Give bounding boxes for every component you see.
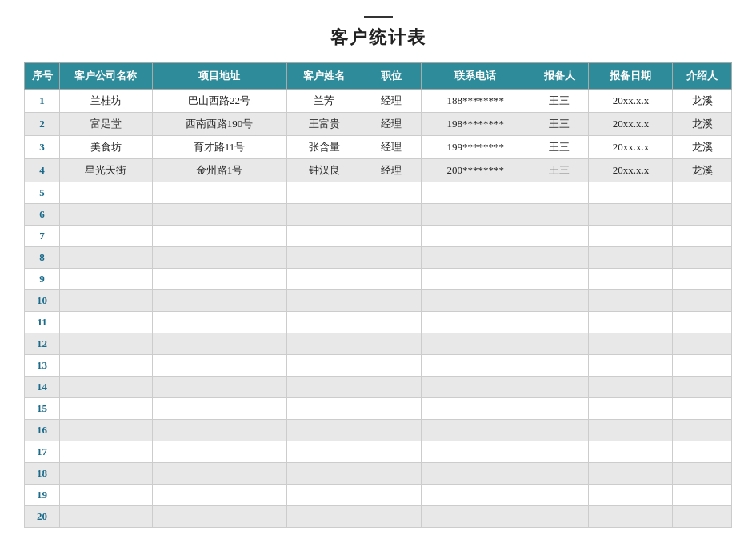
cell-introducer xyxy=(673,333,732,355)
col-header-seq: 序号 xyxy=(25,63,60,90)
table-row: 16 xyxy=(25,420,732,441)
table-row: 4星光天街金州路1号钟汉良经理200********王三20xx.x.x龙溪 xyxy=(25,159,732,182)
cell-introducer xyxy=(673,290,732,312)
cell-name xyxy=(286,377,362,398)
cell-seq: 10 xyxy=(25,290,60,312)
cell-phone xyxy=(421,312,530,333)
cell-seq: 6 xyxy=(25,204,60,226)
table-row: 19 xyxy=(25,485,732,506)
cell-company xyxy=(60,506,152,528)
cell-introducer xyxy=(673,398,732,420)
cell-name xyxy=(286,333,362,355)
cell-report_date xyxy=(589,506,673,528)
cell-reporter xyxy=(530,226,589,247)
cell-seq: 16 xyxy=(25,420,60,441)
cell-name: 王富贵 xyxy=(286,113,362,136)
cell-position xyxy=(362,226,421,247)
cell-position xyxy=(362,420,421,441)
cell-report_date xyxy=(589,463,673,485)
cell-position: 经理 xyxy=(362,90,421,113)
cell-report_date xyxy=(589,485,673,506)
table-row: 8 xyxy=(25,247,732,269)
cell-introducer: 龙溪 xyxy=(673,136,732,159)
cell-phone xyxy=(421,485,530,506)
cell-introducer xyxy=(673,355,732,377)
cell-seq: 8 xyxy=(25,247,60,269)
cell-company xyxy=(60,463,152,485)
cell-address xyxy=(152,485,286,506)
cell-company xyxy=(60,226,152,247)
cell-address xyxy=(152,506,286,528)
table-row: 12 xyxy=(25,333,732,355)
cell-position xyxy=(362,441,421,463)
cell-seq: 1 xyxy=(25,90,60,113)
cell-company xyxy=(60,247,152,269)
cell-report_date: 20xx.x.x xyxy=(589,159,673,182)
cell-reporter xyxy=(530,247,589,269)
cell-name: 兰芳 xyxy=(286,90,362,113)
col-header-introducer: 介绍人 xyxy=(673,63,732,90)
cell-phone xyxy=(421,463,530,485)
cell-company xyxy=(60,441,152,463)
cell-reporter: 王三 xyxy=(530,136,589,159)
cell-phone xyxy=(421,182,530,204)
cell-phone xyxy=(421,247,530,269)
title-underline xyxy=(364,16,393,18)
cell-position xyxy=(362,269,421,290)
cell-position xyxy=(362,506,421,528)
cell-report_date xyxy=(589,441,673,463)
cell-address xyxy=(152,247,286,269)
table-row: 1兰桂坊巴山西路22号兰芳经理188********王三20xx.x.x龙溪 xyxy=(25,90,732,113)
cell-position xyxy=(362,355,421,377)
cell-introducer xyxy=(673,377,732,398)
cell-name xyxy=(286,398,362,420)
cell-introducer xyxy=(673,441,732,463)
cell-reporter xyxy=(530,269,589,290)
cell-company xyxy=(60,333,152,355)
cell-seq: 2 xyxy=(25,113,60,136)
cell-position xyxy=(362,463,421,485)
cell-reporter xyxy=(530,182,589,204)
cell-phone xyxy=(421,398,530,420)
cell-introducer: 龙溪 xyxy=(673,113,732,136)
cell-phone xyxy=(421,441,530,463)
cell-address xyxy=(152,204,286,226)
cell-reporter xyxy=(530,506,589,528)
cell-address xyxy=(152,463,286,485)
cell-seq: 13 xyxy=(25,355,60,377)
cell-company xyxy=(60,269,152,290)
cell-report_date: 20xx.x.x xyxy=(589,136,673,159)
col-header-reporter: 报备人 xyxy=(530,63,589,90)
cell-introducer xyxy=(673,204,732,226)
cell-name xyxy=(286,290,362,312)
cell-reporter xyxy=(530,333,589,355)
cell-position xyxy=(362,312,421,333)
cell-name xyxy=(286,312,362,333)
cell-phone xyxy=(421,506,530,528)
cell-address: 巴山西路22号 xyxy=(152,90,286,113)
cell-seq: 12 xyxy=(25,333,60,355)
cell-phone xyxy=(421,355,530,377)
cell-name xyxy=(286,355,362,377)
cell-company xyxy=(60,182,152,204)
cell-seq: 7 xyxy=(25,226,60,247)
cell-reporter xyxy=(530,398,589,420)
cell-phone xyxy=(421,333,530,355)
cell-seq: 14 xyxy=(25,377,60,398)
cell-reporter: 王三 xyxy=(530,159,589,182)
cell-report_date xyxy=(589,398,673,420)
cell-address xyxy=(152,269,286,290)
cell-introducer: 龙溪 xyxy=(673,159,732,182)
cell-reporter xyxy=(530,355,589,377)
cell-address xyxy=(152,355,286,377)
cell-phone xyxy=(421,290,530,312)
cell-position xyxy=(362,247,421,269)
cell-introducer: 龙溪 xyxy=(673,90,732,113)
cell-report_date xyxy=(589,182,673,204)
cell-phone xyxy=(421,420,530,441)
cell-address xyxy=(152,182,286,204)
table-row: 9 xyxy=(25,269,732,290)
table-row: 7 xyxy=(25,226,732,247)
cell-address xyxy=(152,290,286,312)
table-row: 13 xyxy=(25,355,732,377)
